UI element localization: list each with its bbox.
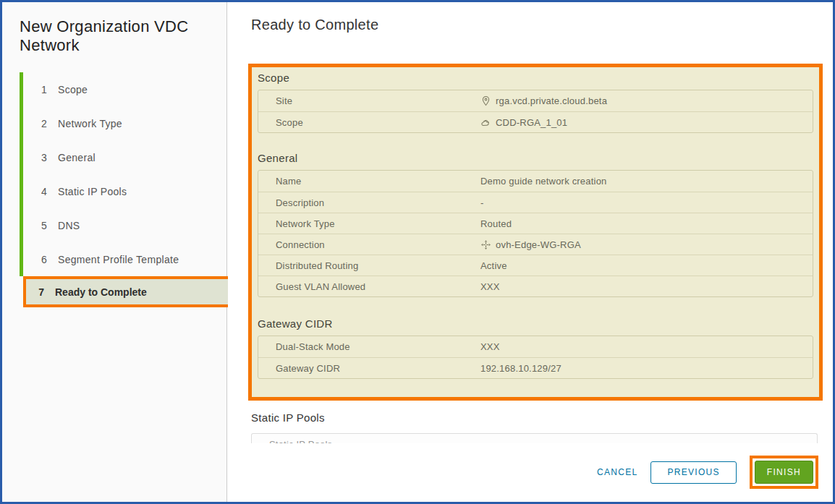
- sidebar-step-segment-profile-template[interactable]: 6 Segment Profile Template: [23, 242, 222, 276]
- table-row: Guest VLAN Allowed XXX: [258, 276, 813, 296]
- row-value: 192.168.10.129/27: [480, 363, 561, 374]
- step-number: 3: [37, 152, 47, 163]
- row-label: Distributed Routing: [258, 260, 480, 271]
- edge-gateway-icon: [480, 239, 491, 250]
- row-label: Scope: [258, 117, 480, 128]
- table-row: Static IP Pools: [252, 434, 817, 443]
- step-label: Network Type: [58, 118, 122, 129]
- sidebar-step-dns[interactable]: 5 DNS: [23, 208, 222, 242]
- row-value-text: ovh-Edge-WG-RGA: [496, 239, 581, 250]
- table-row: Scope CDD-RGA_1_01: [258, 111, 813, 132]
- step-label: Segment Profile Template: [58, 254, 179, 265]
- step-label: Scope: [58, 84, 88, 95]
- step-label: Static IP Pools: [58, 186, 127, 197]
- step-label: DNS: [58, 220, 80, 231]
- row-value: -: [480, 197, 484, 208]
- row-label: Gateway CIDR: [258, 363, 480, 374]
- row-label: Connection: [258, 239, 480, 250]
- table-row: Site rga.vcd.private.cloud.beta: [258, 90, 813, 111]
- finish-button-highlight-box: FINISH: [750, 456, 818, 489]
- sidebar-step-ready-to-complete-active[interactable]: 7 Ready to Complete: [23, 276, 249, 307]
- step-number: 6: [37, 254, 47, 265]
- row-value: ovh-Edge-WG-RGA: [480, 239, 581, 250]
- scope-summary-table: Site rga.vcd.private.cloud.beta Scope: [258, 90, 813, 133]
- new-org-vdc-network-dialog: New Organization VDC Network 1 Scope 2 N…: [0, 0, 835, 504]
- section-heading-scope: Scope: [258, 72, 813, 84]
- table-row: Description -: [258, 192, 813, 213]
- table-row: Connection ovh-Edge-WG-RGA: [258, 234, 813, 255]
- row-value-text: rga.vcd.private.cloud.beta: [496, 95, 607, 106]
- table-row: Dual-Stack Mode XXX: [258, 336, 813, 357]
- row-value: XXX: [480, 341, 500, 352]
- row-label: Name: [258, 176, 480, 187]
- finish-button[interactable]: FINISH: [755, 461, 813, 484]
- row-label: Description: [258, 197, 480, 208]
- wizard-footer-actions: CANCEL PREVIOUS FINISH: [597, 454, 818, 490]
- section-heading-static-ip-pools: Static IP Pools: [251, 411, 325, 424]
- row-value: rga.vcd.private.cloud.beta: [480, 95, 607, 106]
- page-title: Ready to Complete: [251, 17, 378, 33]
- step-label: General: [58, 152, 96, 163]
- table-row: Distributed Routing Active: [258, 255, 813, 276]
- wizard-steps: 1 Scope 2 Network Type 3 General 4 Stati…: [20, 72, 222, 276]
- row-label: Site: [258, 95, 480, 106]
- row-label: Static IP Pools: [252, 439, 474, 443]
- wizard-sidebar: New Organization VDC Network 1 Scope 2 N…: [2, 2, 227, 502]
- general-summary-table: Name Demo guide network creation Descrip…: [258, 170, 813, 297]
- row-label: Dual-Stack Mode: [258, 341, 480, 352]
- sidebar-step-scope[interactable]: 1 Scope: [23, 72, 222, 106]
- previous-button[interactable]: PREVIOUS: [650, 461, 736, 484]
- gateway-cidr-summary-table: Dual-Stack Mode XXX Gateway CIDR 192.168…: [258, 336, 813, 379]
- cloud-scope-icon: [480, 117, 491, 128]
- wizard-title: New Organization VDC Network: [20, 17, 208, 55]
- sidebar-step-network-type[interactable]: 2 Network Type: [23, 106, 222, 140]
- row-value: XXX: [480, 281, 500, 292]
- row-label: Network Type: [258, 218, 480, 229]
- row-value: Active: [480, 260, 507, 271]
- wizard-main-panel: Ready to Complete Scope Site rga.vcd.pri…: [228, 2, 833, 502]
- sidebar-step-general[interactable]: 3 General: [23, 140, 222, 174]
- row-value: Demo guide network creation: [480, 176, 607, 187]
- table-row: Name Demo guide network creation: [258, 171, 813, 192]
- row-value: Routed: [480, 218, 512, 229]
- step-number: 7: [34, 286, 44, 298]
- row-value: CDD-RGA_1_01: [480, 117, 567, 128]
- static-ip-pools-table-clipped: Static IP Pools: [251, 433, 818, 443]
- table-row: Network Type Routed: [258, 213, 813, 234]
- sidebar-step-static-ip-pools[interactable]: 4 Static IP Pools: [23, 174, 222, 208]
- row-value-text: CDD-RGA_1_01: [496, 117, 567, 128]
- section-heading-general: General: [258, 152, 813, 164]
- section-heading-gateway-cidr: Gateway CIDR: [258, 317, 813, 330]
- step-number: 2: [37, 118, 47, 129]
- table-row: Gateway CIDR 192.168.10.129/27: [258, 357, 813, 378]
- summary-highlight-box: Scope Site rga.vcd.private.cloud.beta Sc…: [248, 64, 823, 401]
- step-number: 1: [37, 84, 47, 95]
- step-number: 5: [37, 220, 47, 231]
- cancel-button[interactable]: CANCEL: [597, 467, 637, 477]
- step-number: 4: [37, 186, 47, 197]
- row-label: Guest VLAN Allowed: [258, 281, 480, 292]
- step-label: Ready to Complete: [55, 286, 147, 298]
- location-pin-icon: [480, 95, 491, 106]
